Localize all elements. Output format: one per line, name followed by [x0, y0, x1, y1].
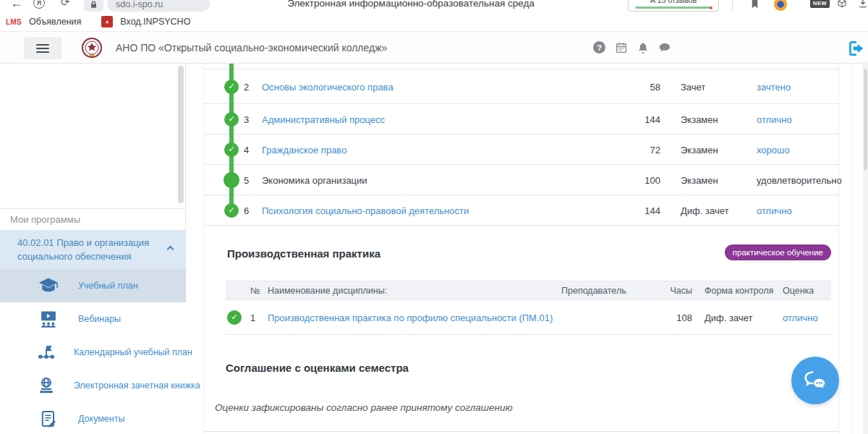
- grade-link[interactable]: отлично: [783, 312, 818, 323]
- col-discipline: Наименование дисциплины:: [268, 286, 387, 296]
- sidebar-item-label: Календарный учебный план: [74, 347, 192, 357]
- col-control-form: Форма контроля: [705, 286, 773, 296]
- discipline-link[interactable]: Административный процесс: [262, 114, 385, 124]
- milestone-flag-icon: [36, 342, 56, 362]
- table-row: 6 Психология социально-правовой деятельн…: [204, 195, 838, 226]
- chat-widget-button[interactable]: [791, 357, 839, 404]
- check-circle-icon: [224, 203, 239, 218]
- col-teacher: Преподаватель: [561, 286, 626, 296]
- grade-link[interactable]: хорошо: [757, 144, 790, 155]
- app-header: АНО ПО «Открытый социально-экономический…: [0, 31, 868, 64]
- sidebar-item-label: Электронная зачетная книжка: [74, 380, 200, 391]
- control-form: Зачет: [681, 81, 705, 92]
- control-form: Диф. зачет: [705, 312, 752, 323]
- menu-hamburger-button[interactable]: [24, 37, 61, 59]
- practice-badge: практическое обучение: [725, 244, 831, 260]
- calendar-icon[interactable]: [615, 41, 628, 57]
- discipline-link[interactable]: Производственная практика по профилю спе…: [268, 312, 553, 323]
- control-form: Экзамен: [681, 174, 718, 185]
- browser-toolbar: ← Я ⟳ sdo.i-spo.ru Электронная информаци…: [0, 0, 868, 12]
- reviews-extension-widget[interactable]: А 15 отзывов: [628, 0, 719, 12]
- grade-link[interactable]: отлично: [757, 114, 792, 124]
- bookmark-flag-icon[interactable]: [749, 0, 760, 12]
- check-circle-icon: [224, 112, 239, 127]
- tab-title: Электронная информационно-образовательна…: [287, 0, 535, 9]
- chevron-up-icon: [167, 246, 174, 253]
- status-dot-icon: [224, 172, 239, 188]
- row-number: 2: [244, 81, 249, 92]
- org-name: АНО ПО «Открытый социально-экономический…: [116, 32, 387, 64]
- check-circle-icon: [227, 310, 242, 325]
- control-form: Экзамен: [681, 114, 718, 124]
- content-right-divider: [851, 64, 852, 434]
- new-extension-badge[interactable]: NEW: [810, 0, 830, 8]
- discipline-link[interactable]: Психология социально-правовой деятельнос…: [262, 205, 469, 216]
- hours-value: 100: [621, 174, 660, 185]
- discipline-link[interactable]: Гражданское право: [262, 144, 346, 155]
- downloads-icon[interactable]: [857, 0, 868, 12]
- hours-value: 72: [621, 144, 660, 155]
- discipline-name: Экономика организации: [262, 174, 367, 185]
- reviews-text: А 15 отзывов: [629, 0, 718, 4]
- address-bar[interactable]: sdo.i-spo.ru: [107, 0, 210, 12]
- toolbar-divider: [732, 0, 733, 10]
- agreement-note: Оценки зафиксированы согласно ранее прин…: [215, 402, 513, 413]
- hours-value: 144: [621, 114, 660, 124]
- webinar-icon: [36, 309, 61, 329]
- sidebar-item-calendar-plan[interactable]: Календарный учебный план: [0, 336, 186, 369]
- browser-back-icon[interactable]: ←: [10, 0, 23, 11]
- sidebar-item-webinars[interactable]: Вебинары: [0, 302, 186, 336]
- bookmark-inpsycho-favicon: [101, 16, 113, 27]
- college-logo: [81, 37, 103, 61]
- sidebar-item-documents[interactable]: Документы: [0, 402, 186, 434]
- table-header-row: № Наименование дисциплины: Преподаватель…: [226, 281, 831, 300]
- help-icon[interactable]: [593, 41, 605, 54]
- row-number: 3: [244, 114, 249, 124]
- browser-extension-circle-icon[interactable]: Я: [33, 0, 45, 9]
- browser-profile-icon[interactable]: [774, 0, 787, 11]
- sidebar-item-gradebook[interactable]: Электронная зачетная книжка: [0, 369, 186, 402]
- table-row: 5 Экономика организации 100 Экзамен удов…: [204, 165, 838, 195]
- site-security-chip[interactable]: [84, 0, 103, 12]
- col-number: №: [250, 286, 260, 296]
- grade-value: удовлетворительно: [757, 174, 842, 185]
- bookmark-inpsycho[interactable]: Вход.INPSYCHO: [120, 17, 190, 27]
- lock-icon: [90, 1, 98, 9]
- sidebar-program-item[interactable]: 40.02.01 Право и организация социального…: [0, 230, 186, 269]
- table-row: 2 Основы экологического права 58 Зачет з…: [204, 69, 838, 104]
- sidebar-scrollbar[interactable]: [178, 66, 184, 203]
- card-bottom-border: [204, 431, 838, 432]
- sidebar-divider: [0, 208, 186, 209]
- grade-link[interactable]: отлично: [757, 205, 792, 216]
- sidebar-item-label: Учебный план: [78, 281, 138, 291]
- program-title: 40.02.01 Право и организация социального…: [17, 237, 149, 262]
- page-scrollbar-thumb[interactable]: [864, 69, 867, 170]
- row-number: 6: [244, 205, 249, 216]
- logout-icon[interactable]: [846, 39, 865, 61]
- sidebar-item-study-plan[interactable]: Учебный план: [0, 269, 186, 302]
- study-plan-panel: 2 Основы экологического права 58 Зачет з…: [203, 64, 839, 434]
- col-grade: Оценка: [783, 286, 814, 296]
- table-row: 4 Гражданское право 72 Экзамен хорошо: [204, 135, 838, 165]
- sidebar-item-label: Вебинары: [78, 314, 121, 324]
- browser-reload-icon[interactable]: ⟳: [61, 0, 70, 9]
- messages-icon[interactable]: [658, 41, 671, 57]
- document-pencil-icon: [36, 409, 61, 429]
- section-title: Производственная практика: [227, 247, 380, 260]
- grade-link[interactable]: зачтено: [757, 81, 791, 92]
- bookmarks-bar: LMS Объявления Вход.INPSYCHO: [0, 12, 868, 31]
- control-form: Диф. зачет: [681, 205, 728, 216]
- check-circle-icon: [224, 80, 239, 94]
- table-row: 1 Производственная практика по профилю с…: [226, 300, 831, 335]
- discipline-link[interactable]: Основы экологического права: [262, 81, 393, 92]
- notifications-bell-icon[interactable]: [637, 41, 650, 57]
- extensions-cube-icon[interactable]: [836, 0, 848, 12]
- row-number: 1: [250, 312, 255, 323]
- hours-value: 144: [621, 205, 660, 216]
- graduation-cap-icon: [36, 275, 61, 297]
- hours-value: 108: [656, 312, 692, 323]
- check-circle-icon: [224, 142, 239, 157]
- bookmark-announcements[interactable]: Объявления: [29, 17, 81, 27]
- col-hours: Часы: [656, 286, 692, 296]
- sidebar-item-label: Документы: [78, 414, 124, 424]
